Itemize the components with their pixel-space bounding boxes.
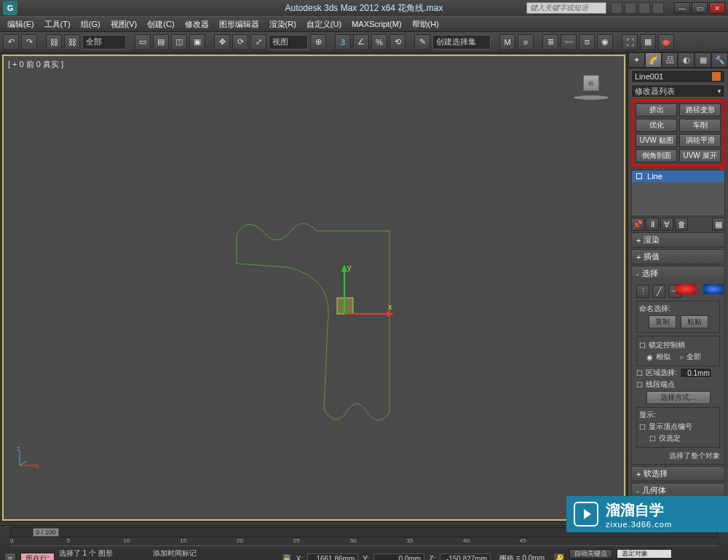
show-vertnum-checkbox[interactable]: ☐ <box>639 423 646 431</box>
select-region-button[interactable]: ◫ <box>171 34 187 50</box>
mod-bevelprofile-button[interactable]: 倒角剖面 <box>636 149 677 162</box>
viewport-label[interactable]: [ + 0 前 0 真实 ] <box>8 59 63 70</box>
quick-render-button[interactable]: 🫖 <box>658 34 674 50</box>
menu-grapheditors[interactable]: 图形编辑器 <box>219 19 259 30</box>
link-button[interactable]: ⛓ <box>46 34 62 50</box>
material-button[interactable]: ◉ <box>597 34 613 50</box>
pin-stack-button[interactable]: 📌 <box>631 218 644 231</box>
all-radio[interactable]: ○ <box>679 353 684 361</box>
object-name-input[interactable]: Line001 <box>631 70 725 83</box>
tab-hierarchy[interactable]: 品 <box>662 52 678 68</box>
snap-button[interactable]: 3 <box>335 34 351 50</box>
menu-tools[interactable]: 工具(T) <box>44 19 71 30</box>
rotate-button[interactable]: ⟳ <box>232 34 248 50</box>
modifier-list-combo[interactable]: 修改器列表 <box>631 84 725 98</box>
menu-view[interactable]: 视图(V) <box>111 19 138 30</box>
curve-editor-button[interactable]: 〰 <box>561 34 577 50</box>
coord-x[interactable]: 1661.86mm <box>307 553 358 561</box>
viewcube[interactable]: 前 <box>573 71 609 100</box>
mod-uvwmap-button[interactable]: UVW 贴图 <box>636 134 677 147</box>
prompt-label: 所在行: <box>20 553 55 560</box>
remove-mod-button[interactable]: 🗑 <box>675 218 688 231</box>
viewcube-compass[interactable] <box>574 95 609 100</box>
menu-edit[interactable]: 编辑(E) <box>7 19 34 30</box>
unlink-button[interactable]: ⛓ <box>64 34 80 50</box>
rollup-softsel[interactable]: +软选择 <box>631 466 725 481</box>
segend-checkbox[interactable]: ☐ <box>636 381 643 389</box>
mirror-button[interactable]: M <box>499 34 515 50</box>
refcoord-combo[interactable]: 视图 <box>269 35 308 50</box>
select-name-button[interactable]: ▤ <box>153 34 169 50</box>
mod-lathe-button[interactable]: 车削 <box>679 119 721 132</box>
mod-optimize-button[interactable]: 优化 <box>636 119 677 132</box>
mod-turbosmooth-button[interactable]: 涡轮平滑 <box>679 134 721 147</box>
menu-maxscript[interactable]: MAXScript(M) <box>352 20 401 28</box>
rendered-frame-button[interactable]: ▦ <box>640 34 656 50</box>
area-select-spinner[interactable]: 0.1mm <box>680 368 712 378</box>
vertex-button[interactable]: ⋮ <box>636 285 649 298</box>
rollup-interpolation[interactable]: +插值 <box>631 249 725 264</box>
align-button[interactable]: ≡ <box>518 34 534 50</box>
angle-snap-button[interactable]: ∠ <box>353 34 369 50</box>
menu-help[interactable]: 帮助(H) <box>412 19 439 30</box>
spinner-snap-button[interactable]: ⟲ <box>389 34 405 50</box>
menu-group[interactable]: 组(G) <box>81 19 100 30</box>
move-button[interactable]: ✥ <box>214 34 230 50</box>
coord-z[interactable]: -150.827mm <box>440 553 491 561</box>
tab-create[interactable]: ✦ <box>628 52 645 68</box>
configure-button[interactable]: ▦ <box>712 218 725 231</box>
area-select-checkbox[interactable]: ☐ <box>636 369 643 377</box>
tab-utilities[interactable]: 🔧 <box>711 52 728 68</box>
show-end-button[interactable]: Ⅱ <box>646 218 659 231</box>
paste-button[interactable]: 粘贴 <box>681 315 708 328</box>
menu-rendering[interactable]: 渲染(R) <box>269 19 296 30</box>
copy-button[interactable]: 复制 <box>649 315 676 328</box>
only-selected-checkbox[interactable]: ☐ <box>649 435 656 443</box>
sel-set-combo[interactable]: 选定对象 <box>617 549 672 559</box>
viewcube-face[interactable]: 前 <box>583 75 599 91</box>
undo-button[interactable]: ↶ <box>3 34 19 50</box>
script-mini-button[interactable]: ≡ <box>4 553 16 560</box>
transform-gizmo[interactable]: y x <box>309 260 397 347</box>
schematic-button[interactable]: ⧈ <box>579 34 595 50</box>
menu-customize[interactable]: 自定义(U) <box>306 19 341 30</box>
edit-named-sel-button[interactable]: ✎ <box>414 34 430 50</box>
tab-display[interactable]: ▦ <box>695 52 711 68</box>
coord-y[interactable]: 0.0mm <box>373 553 424 561</box>
center-pivot-button[interactable]: ⊕ <box>310 34 326 50</box>
tab-motion[interactable]: ◐ <box>678 52 695 68</box>
time-ruler[interactable]: 0 5 10 15 20 25 30 35 40 45 <box>10 537 718 546</box>
mod-extrude-button[interactable]: 挤出 <box>636 103 677 117</box>
percent-snap-button[interactable]: % <box>371 34 387 50</box>
layer-button[interactable]: ≣ <box>542 34 558 50</box>
lock-icon[interactable]: 🔒 <box>282 553 292 560</box>
segment-button[interactable]: ╱ <box>652 285 665 298</box>
named-selset-combo[interactable]: 创建选择集 <box>432 35 491 50</box>
rollup-render[interactable]: +渲染 <box>631 232 725 248</box>
filter-combo[interactable]: 全部 <box>82 35 126 50</box>
time-thumb[interactable]: 0 / 100 <box>33 528 59 537</box>
scale-button[interactable]: ⤢ <box>250 34 266 50</box>
add-time-tag[interactable]: 添加时间标记 <box>153 548 197 559</box>
menu-modifiers[interactable]: 修改器 <box>185 19 209 30</box>
auto-key-button[interactable]: 自动关键点 <box>569 549 612 559</box>
similar-radio[interactable]: ◉ <box>646 353 653 361</box>
unique-button[interactable]: ∀ <box>660 218 673 231</box>
tab-modify[interactable]: 🌈 <box>645 52 662 68</box>
lock-handles-checkbox[interactable]: ☐ <box>639 342 646 350</box>
select-by-button[interactable]: 选择方式... <box>646 391 711 404</box>
viewport[interactable]: [ + 0 前 0 真实 ] 前 y x z <box>1 53 627 522</box>
redo-button[interactable]: ↷ <box>21 34 37 50</box>
window-cross-button[interactable]: ▣ <box>189 34 205 50</box>
axis-indicator-icon: z x <box>15 445 40 470</box>
object-color-swatch[interactable] <box>711 71 721 82</box>
render-setup-button[interactable]: ⛶ <box>622 34 638 50</box>
mod-uvwunwrap-button[interactable]: UVW 展开 <box>679 149 721 162</box>
mod-pathdeform-button[interactable]: 路径变形 <box>679 103 721 117</box>
stack-line-item[interactable]: Line <box>632 170 724 182</box>
select-button[interactable]: ▭ <box>135 34 151 50</box>
menu-create[interactable]: 创建(C) <box>147 19 174 30</box>
command-panel-tabs: ✦ 🌈 品 ◐ ▦ 🔧 <box>628 52 728 68</box>
key-mode-button[interactable]: 🔑 <box>553 553 565 560</box>
modifier-stack[interactable]: Line <box>631 170 725 216</box>
